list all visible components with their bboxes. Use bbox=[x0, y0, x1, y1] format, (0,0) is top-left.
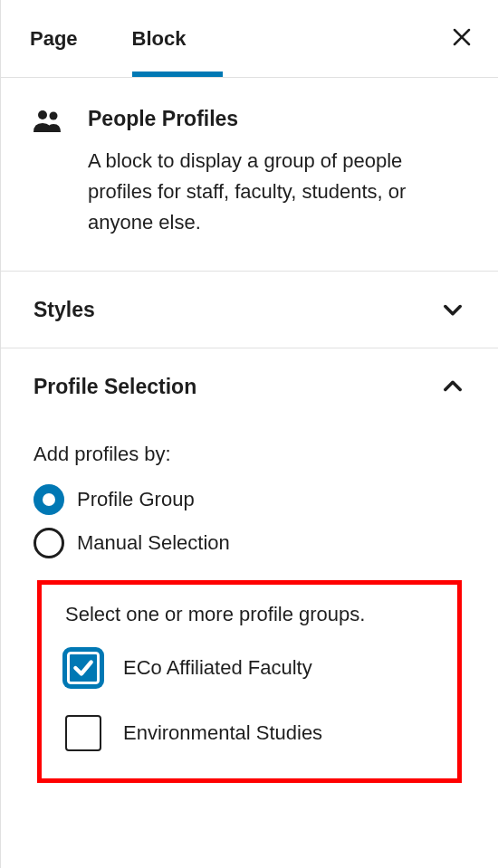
section-profile-selection-header[interactable]: Profile Selection bbox=[1, 348, 498, 424]
section-styles-header[interactable]: Styles bbox=[1, 272, 498, 348]
svg-point-3 bbox=[50, 112, 58, 120]
radio-icon bbox=[34, 484, 64, 515]
profile-groups-help: Select one or more profile groups. bbox=[65, 603, 434, 626]
close-icon[interactable] bbox=[451, 25, 473, 52]
checkbox-label: ECo Affiliated Faculty bbox=[123, 656, 312, 680]
radio-label: Manual Selection bbox=[77, 531, 230, 555]
checkbox-environmental-studies[interactable]: Environmental Studies bbox=[65, 715, 434, 751]
people-icon bbox=[34, 109, 62, 138]
profile-selection-body: Add profiles by: Profile Group Manual Se… bbox=[1, 424, 498, 783]
section-profile-selection-title: Profile Selection bbox=[34, 375, 196, 399]
chevron-up-icon bbox=[440, 374, 465, 399]
block-description: A block to display a group of people pro… bbox=[88, 146, 465, 238]
radio-icon bbox=[34, 528, 64, 558]
block-title: People Profiles bbox=[88, 107, 465, 131]
inspector-tabs: Page Block bbox=[1, 0, 498, 78]
radio-label: Profile Group bbox=[77, 488, 195, 511]
radio-manual-selection[interactable]: Manual Selection bbox=[34, 528, 465, 558]
svg-point-2 bbox=[38, 110, 47, 119]
section-styles-title: Styles bbox=[34, 298, 95, 322]
profile-groups-selector: Select one or more profile groups. ECo A… bbox=[37, 580, 462, 783]
block-header: People Profiles A block to display a gro… bbox=[1, 78, 498, 272]
checkbox-icon bbox=[65, 650, 101, 686]
checkbox-eco-affiliated-faculty[interactable]: ECo Affiliated Faculty bbox=[65, 650, 434, 686]
checkbox-icon bbox=[65, 715, 101, 751]
add-profiles-by-label: Add profiles by: bbox=[34, 443, 465, 466]
checkbox-label: Environmental Studies bbox=[123, 721, 322, 745]
tab-block[interactable]: Block bbox=[132, 2, 201, 76]
radio-profile-group[interactable]: Profile Group bbox=[34, 484, 465, 515]
chevron-down-icon bbox=[440, 297, 465, 322]
tab-page[interactable]: Page bbox=[30, 2, 92, 76]
